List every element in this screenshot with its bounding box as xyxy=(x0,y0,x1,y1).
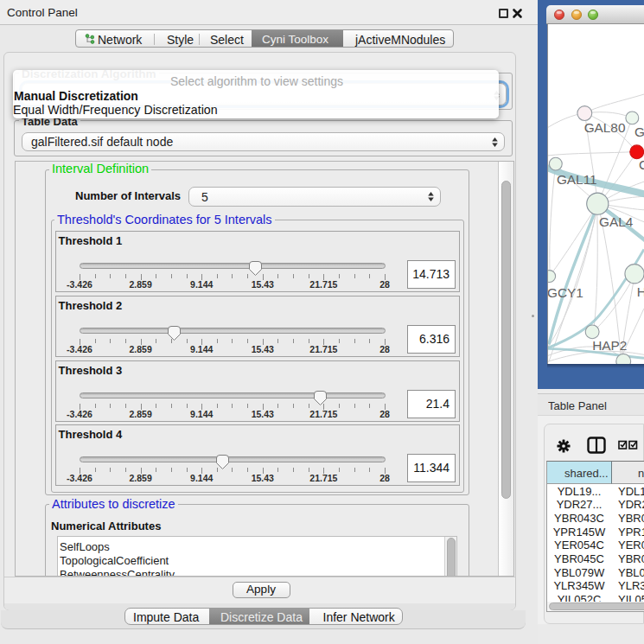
svg-text:GAL4: GAL4 xyxy=(599,214,634,229)
svg-text:HA: HA xyxy=(637,284,644,299)
svg-text:HAP2: HAP2 xyxy=(592,338,627,353)
svg-text:GAL11: GAL11 xyxy=(557,172,597,187)
svg-text:GCY1: GCY1 xyxy=(547,285,583,300)
svg-text:CD: CD xyxy=(639,157,644,172)
svg-text:GAL80: GAL80 xyxy=(584,120,626,135)
svg-text:GAL.: GAL. xyxy=(634,124,644,139)
